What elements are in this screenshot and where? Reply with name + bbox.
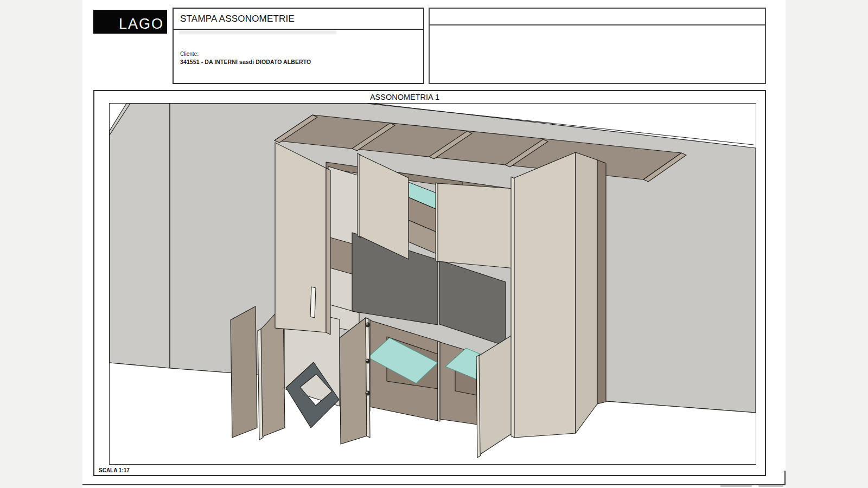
client-block: Cliente: 341551 - DA INTERNI sasdi DIODA…	[180, 51, 311, 65]
faded-print-artifact	[179, 30, 336, 34]
axonometric-drawing	[110, 104, 756, 464]
lago-logo-text: LAGO	[119, 16, 164, 33]
watermark-smudge	[720, 485, 752, 487]
client-label: Cliente:	[180, 51, 311, 57]
sheet-right-border	[784, 471, 786, 485]
drawing-title: ASSONOMETRIA 1	[94, 93, 715, 101]
scale-label: SCALA 1:17	[99, 467, 130, 473]
lago-logo: LAGO	[93, 10, 167, 34]
document-title: STAMPA ASSONOMETRIE	[174, 9, 423, 30]
empty-info-box-header	[430, 9, 765, 25]
sheet-bottom-border	[82, 484, 786, 485]
drawing-frame: ASSONOMETRIA 1	[93, 90, 766, 476]
empty-info-box	[429, 8, 766, 84]
watermark-smudge	[758, 485, 783, 487]
client-value: 341551 - DA INTERNI sasdi DIODATO ALBERT…	[180, 59, 311, 65]
title-box: STAMPA ASSONOMETRIE Cliente: 341551 - DA…	[173, 8, 424, 84]
drawing-viewport	[109, 103, 756, 465]
